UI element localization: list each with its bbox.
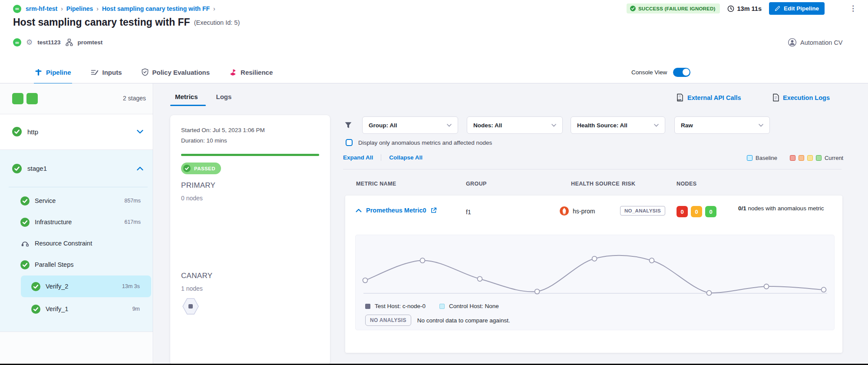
stage-http-label: http — [27, 128, 38, 136]
status-badge: SUCCESS (FAILURE IGNORED) — [627, 3, 720, 13]
primary-label: PRIMARY — [181, 181, 215, 190]
chevron-up-icon[interactable] — [137, 166, 143, 171]
collapse-chevron-up-icon[interactable] — [356, 209, 362, 212]
anomalous-filter-checkbox[interactable] — [346, 139, 353, 146]
anomalous-filter-row: Display only anomalous metrics and affec… — [346, 139, 492, 146]
stage-divider — [9, 187, 148, 187]
current-legend-label: Current — [825, 155, 843, 161]
baseline-legend-label: Baseline — [756, 155, 777, 161]
canary-node-hexagon-icon[interactable] — [182, 297, 199, 316]
stage-count: 2 stages — [123, 95, 146, 102]
group-filter-dropdown[interactable]: Group: All — [362, 116, 458, 134]
inputs-icon — [91, 69, 99, 76]
document-icon — [772, 93, 779, 102]
external-api-calls-link[interactable]: API External API Calls — [676, 93, 741, 102]
stage-row-http[interactable]: http — [0, 114, 153, 150]
column-header-nodes: NODES — [677, 181, 696, 187]
tab-pipeline[interactable]: Pipeline — [35, 61, 71, 83]
step-duration: 13m 3s — [122, 283, 140, 289]
execution-duration: 13m 11s — [727, 5, 762, 12]
canary-label: CANARY — [181, 272, 212, 280]
verification-duration: Duration: 10 mins — [181, 137, 227, 144]
connector-name[interactable]: promtest — [78, 39, 103, 46]
check-circle-icon — [12, 164, 22, 173]
anomalous-nodes-note: 0/1 nodes with anomalous metric — [738, 204, 827, 213]
control-host-label: Control Host: None — [449, 303, 499, 309]
step-label: Resource Constraint — [35, 240, 92, 247]
step-row-parallel-steps[interactable]: Parallel Steps — [0, 254, 153, 275]
step-row-infrastructure[interactable]: Infrastructure 617ms — [0, 212, 153, 232]
column-header-group: GROUP — [466, 181, 487, 187]
step-row-resource-constraint[interactable]: Resource Constraint — [0, 233, 153, 254]
check-circle-icon — [183, 165, 191, 172]
tab-metrics[interactable]: Metrics — [175, 93, 198, 100]
tab-inputs[interactable]: Inputs — [91, 61, 122, 83]
prometheus-icon — [560, 206, 569, 216]
service-name[interactable]: test1123 — [37, 39, 60, 46]
user-name: Automation CV — [800, 39, 843, 46]
tab-logs[interactable]: Logs — [216, 93, 232, 100]
chevron-down-icon[interactable] — [137, 129, 143, 134]
expand-all-link[interactable]: Expand All — [343, 154, 373, 161]
divider — [381, 154, 381, 161]
collapse-all-link[interactable]: Collapse All — [389, 154, 422, 161]
metric-name-cell: Prometheus Metric0 — [356, 207, 437, 214]
duration-value: 13m 11s — [737, 5, 762, 12]
step-row-verify-2-selected[interactable]: Verify_2 13m 3s — [21, 275, 151, 297]
metric-chart-panel: Test Host: c-node-0 Control Host: None N… — [355, 235, 835, 330]
console-view-toggle[interactable] — [673, 68, 690, 77]
step-row-verify-1[interactable]: Verify_1 9m — [21, 299, 151, 319]
chevron-down-icon — [551, 124, 556, 127]
check-circle-icon — [12, 127, 22, 136]
baseline-legend-swatch — [747, 155, 752, 161]
breadcrumb-pipelines[interactable]: Pipelines — [66, 5, 93, 12]
kebab-menu-icon[interactable]: ⋮ — [849, 5, 857, 12]
breadcrumb-separator: › — [213, 5, 215, 12]
tab-policy-evaluations[interactable]: Policy Evaluations — [142, 61, 210, 83]
harness-pipeline-execution-page: ∞ srm-hf-test › Pipelines › Host samplin… — [0, 0, 868, 365]
no-analysis-message: No control data to compare against. — [417, 317, 510, 324]
test-host-swatch — [365, 304, 370, 309]
anomalous-nodes-text: nodes with anomalous metric — [748, 205, 824, 212]
chevron-down-icon — [447, 124, 452, 127]
step-duration: 617ms — [124, 219, 141, 225]
chart-color-legend: Baseline Current — [747, 155, 843, 161]
step-duration: 9m — [132, 306, 140, 312]
active-tab-underline — [170, 105, 206, 106]
metric-line-chart[interactable] — [356, 237, 835, 306]
nodes-filter-dropdown[interactable]: Nodes: All — [467, 116, 563, 134]
analysis-status-row: NO ANALYSIS No control data to compare a… — [365, 315, 510, 326]
expand-collapse-controls: Expand All Collapse All — [343, 154, 422, 161]
node-risk-counts: 0 0 0 — [677, 206, 716, 217]
filter-funnel-icon[interactable] — [344, 121, 352, 129]
stage-square-icon — [26, 93, 38, 104]
execution-meta: ∞ ⚙ test1123 promtest — [13, 38, 102, 46]
progress-bar — [181, 154, 319, 156]
step-label: Infrastructure — [35, 219, 72, 226]
edit-pipeline-button[interactable]: Edit Pipeline — [769, 2, 825, 15]
tab-resilience[interactable]: Resilience — [229, 61, 273, 83]
step-row-service[interactable]: Service 857ms — [0, 190, 153, 211]
data-mode-dropdown[interactable]: Raw — [674, 116, 770, 134]
execution-logs-link[interactable]: Execution Logs — [772, 93, 830, 102]
health-source-filter-dropdown[interactable]: Health Source: All — [571, 116, 665, 134]
stage-section-stage1: stage1 Service 857ms Infrastructure 61 — [0, 150, 153, 332]
triggered-by: Automation CV — [788, 38, 843, 46]
tab-policy-evaluations-label: Policy Evaluations — [152, 69, 210, 76]
green-node-count: 0 — [705, 206, 716, 217]
breadcrumb: ∞ srm-hf-test › Pipelines › Host samplin… — [13, 4, 219, 13]
passed-status-pill: PASSED — [181, 163, 221, 174]
breadcrumb-project[interactable]: srm-hf-test — [26, 5, 57, 12]
section-divider — [343, 169, 842, 169]
stage-row-stage1[interactable]: stage1 — [0, 150, 153, 187]
anomalous-filter-label: Display only anomalous metrics and affec… — [358, 139, 492, 146]
shield-check-icon — [142, 68, 149, 76]
metric-name-link[interactable]: Prometheus Metric0 — [366, 207, 426, 214]
title-row: Host sampling canary testing with FF (Ex… — [13, 17, 240, 28]
svg-text:API: API — [677, 99, 681, 101]
breadcrumb-pipeline-name[interactable]: Host sampling canary testing with FF — [102, 5, 210, 12]
current-green-swatch — [816, 155, 822, 161]
page-title: Host sampling canary testing with FF — [13, 17, 190, 28]
external-link-icon[interactable] — [431, 207, 437, 213]
stages-summary-row: 2 stages — [0, 83, 153, 114]
